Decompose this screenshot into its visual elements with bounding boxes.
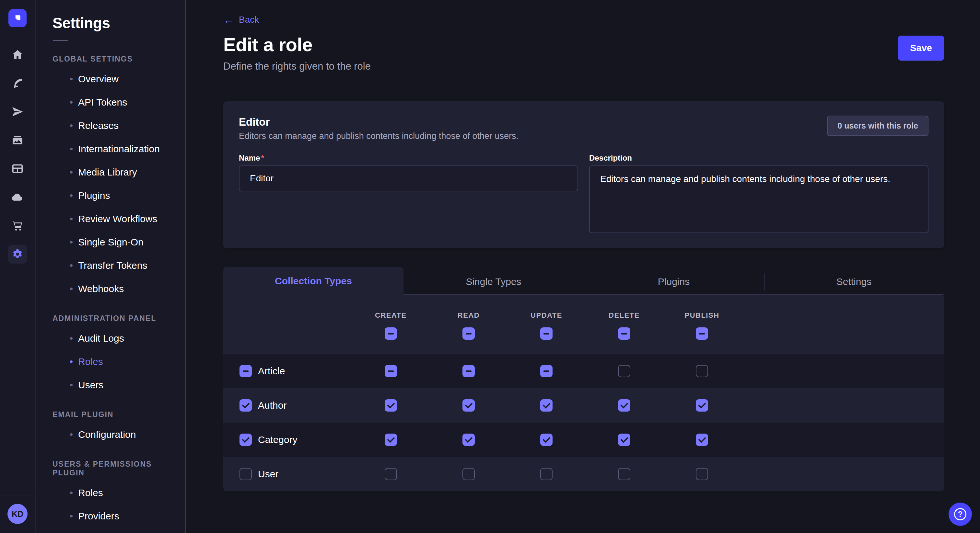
category-update-checkbox[interactable] [540, 434, 552, 446]
nav-content-type-builder-button[interactable] [8, 102, 27, 121]
author-delete-checkbox[interactable] [618, 399, 630, 412]
rail-separator [0, 495, 35, 495]
sidebar-item-label: Roles [78, 356, 103, 367]
name-input[interactable] [239, 165, 578, 191]
bullet-icon [70, 264, 73, 267]
row-user-checkbox[interactable] [240, 468, 252, 480]
back-arrow-icon: ← [223, 14, 234, 25]
sidebar-item-api-tokens[interactable]: API Tokens [52, 90, 185, 114]
article-update-checkbox[interactable] [540, 365, 552, 377]
user-update-checkbox[interactable] [540, 468, 552, 480]
select-all-publish-checkbox[interactable] [696, 327, 708, 339]
sidebar-item-internationalization[interactable]: Internationalization [52, 137, 185, 160]
nav-content-manager-button[interactable] [8, 74, 27, 93]
page-title: Edit a role [223, 34, 944, 56]
sidebar-item-roles[interactable]: Roles [52, 350, 185, 373]
nav-home-button[interactable] [8, 45, 27, 64]
tab-settings[interactable]: Settings [764, 269, 944, 295]
sidebar-item-overview[interactable]: Overview [52, 67, 185, 90]
author-create-checkbox[interactable] [385, 399, 397, 412]
save-button[interactable]: Save [898, 36, 944, 60]
bullet-icon [70, 360, 73, 363]
select-all-read-checkbox[interactable] [463, 327, 475, 339]
article-create-checkbox[interactable] [385, 365, 397, 377]
category-publish-checkbox[interactable] [696, 434, 708, 446]
select-all-create-checkbox[interactable] [385, 327, 397, 339]
category-read-checkbox[interactable] [463, 434, 475, 446]
nav-layout-button[interactable] [8, 159, 27, 178]
category-delete-checkbox[interactable] [618, 434, 630, 446]
global-settings-list: Overview API Tokens Releases Internation… [52, 67, 185, 300]
permission-row-user: User [223, 457, 944, 491]
help-button[interactable]: ? [948, 503, 972, 526]
sidebar-item-label: Review Workflows [78, 213, 158, 224]
select-all-update-checkbox[interactable] [540, 327, 552, 339]
sidebar-item-webhooks[interactable]: Webhooks [52, 277, 185, 300]
sidebar-item-label: Internationalization [78, 143, 160, 154]
main-content: ← Back Edit a role Define the rights giv… [186, 0, 980, 533]
row-article-checkbox[interactable] [240, 365, 252, 377]
select-all-delete-checkbox[interactable] [618, 327, 630, 339]
sidebar-item-label: Releases [78, 120, 119, 131]
article-read-checkbox[interactable] [463, 365, 475, 377]
sidebar-item-transfer-tokens[interactable]: Transfer Tokens [52, 254, 185, 277]
role-name-heading: Editor [239, 116, 929, 128]
users-count-badge[interactable]: 0 users with this role [827, 116, 929, 136]
bullet-icon [70, 101, 73, 104]
name-field-label: Name* [239, 153, 578, 163]
author-update-checkbox[interactable] [540, 399, 552, 412]
nav-settings-button[interactable] [8, 245, 27, 263]
description-textarea[interactable]: Editors can manage and publish contents … [589, 165, 929, 233]
sidebar-item-review-workflows[interactable]: Review Workflows [52, 207, 185, 230]
tab-plugins[interactable]: Plugins [584, 269, 764, 295]
user-read-checkbox[interactable] [463, 468, 475, 480]
administration-panel-list: Audit Logs Roles Users [52, 327, 185, 397]
user-delete-checkbox[interactable] [618, 468, 630, 480]
sidebar-item-users[interactable]: Users [52, 373, 185, 397]
article-publish-checkbox[interactable] [696, 365, 708, 377]
sidebar-item-label: Configuration [78, 429, 136, 440]
description-field-label: Description [589, 153, 929, 163]
nav-marketplace-button[interactable] [8, 216, 27, 235]
back-label: Back [239, 14, 259, 25]
user-publish-checkbox[interactable] [696, 468, 708, 480]
sidebar-item-media-library[interactable]: Media Library [52, 160, 185, 184]
column-labels-row: CREATE READ UPDATE DELETE PUBLISH [223, 311, 944, 320]
sidebar-item-label: Media Library [78, 167, 137, 178]
rail-nav [8, 45, 27, 263]
tab-single-types[interactable]: Single Types [404, 269, 584, 295]
strapi-logo[interactable] [8, 9, 27, 27]
row-label: Category [258, 434, 298, 445]
column-label-read: READ [430, 311, 508, 320]
user-avatar[interactable]: KD [8, 504, 27, 524]
sidebar-title: Settings [52, 14, 185, 32]
row-category-checkbox[interactable] [240, 434, 252, 446]
role-details-card: Editor Editors can manage and publish co… [223, 102, 944, 248]
category-create-checkbox[interactable] [385, 434, 397, 446]
sidebar-item-single-sign-on[interactable]: Single Sign-On [52, 230, 185, 254]
author-publish-checkbox[interactable] [696, 399, 708, 412]
author-read-checkbox[interactable] [463, 399, 475, 412]
permission-row-category: Category [223, 423, 944, 457]
home-icon [11, 48, 24, 61]
sidebar-item-releases[interactable]: Releases [52, 114, 185, 137]
sidebar-item-plugins[interactable]: Plugins [52, 184, 185, 207]
nav-cloud-button[interactable] [8, 188, 27, 206]
article-delete-checkbox[interactable] [618, 365, 630, 377]
sidebar-item-up-roles[interactable]: Roles [52, 481, 185, 504]
sidebar-item-configuration[interactable]: Configuration [52, 423, 185, 446]
row-author-checkbox[interactable] [240, 399, 252, 412]
bullet-icon [70, 433, 73, 436]
back-link[interactable]: ← Back [223, 14, 259, 25]
sidebar-item-audit-logs[interactable]: Audit Logs [52, 327, 185, 350]
tab-collection-types[interactable]: Collection Types [223, 267, 404, 295]
sidebar-item-label: Users [78, 379, 103, 390]
page-subtitle: Define the rights given to the role [223, 60, 944, 72]
required-asterisk: * [261, 154, 264, 162]
bullet-icon [70, 515, 73, 517]
section-header-email-plugin: EMAIL PLUGIN [52, 410, 185, 419]
sidebar-item-label: Roles [78, 487, 103, 498]
sidebar-item-up-providers[interactable]: Providers [52, 504, 185, 528]
user-create-checkbox[interactable] [385, 468, 397, 480]
nav-media-library-button[interactable] [8, 131, 27, 150]
